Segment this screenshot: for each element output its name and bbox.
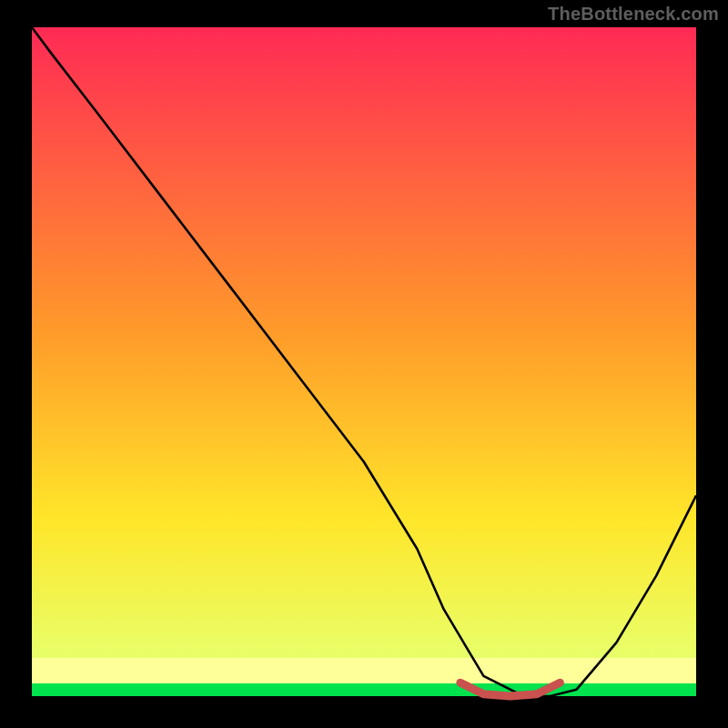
chart-container: TheBottleneck.com — [0, 0, 728, 728]
watermark-label: TheBottleneck.com — [548, 4, 719, 25]
green-band — [32, 683, 696, 696]
gradient-background — [32, 27, 696, 658]
yellow-band — [32, 658, 696, 683]
bottleneck-chart — [0, 0, 728, 728]
